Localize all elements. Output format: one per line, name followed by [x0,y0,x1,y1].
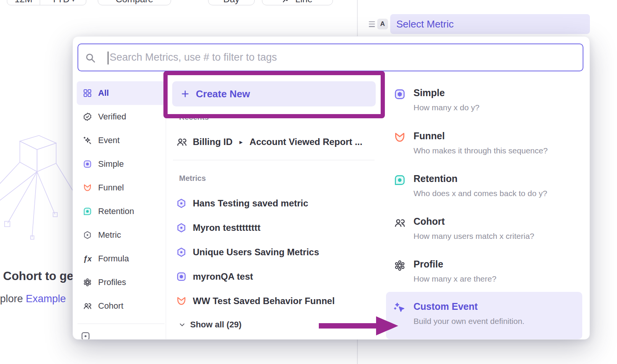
type-custom-event[interactable]: Custom Event Build your own event defini… [386,292,582,339]
sidebar-item-all[interactable]: All [77,81,165,105]
recents-section-label: Recents [179,113,209,122]
breadcrumb-arrow-icon: ▸ [238,138,244,146]
formula-icon: ƒx [83,254,92,263]
sidebar-item-cohort[interactable]: Cohort [77,294,165,318]
saved-metrics-list: Hans Testing saved metric Myron testtttt… [176,191,375,313]
list-item[interactable]: Myron testttttttt [176,216,375,240]
metric-search-box [78,43,583,71]
type-desc: How many x do y? [413,103,480,112]
type-title: Funnel [413,130,548,142]
search-input[interactable] [110,44,579,71]
sidebar-item-label: Formula [98,254,129,264]
sidebar-item-label: Retention [98,206,134,216]
list-item[interactable]: WW Test Saved Behavior Funnel [176,289,375,313]
metric-item-label: Myron testttttttt [193,222,260,233]
chevron-down-icon [178,321,186,329]
type-title: Simple [413,87,480,98]
type-desc: Build your own event definition. [413,317,525,326]
sidebar-item-label: Cohort [98,301,123,311]
type-profile[interactable]: Profile How many x are there? [386,257,582,283]
select-metric-label: Select Metric [396,18,454,30]
show-all-button[interactable]: Show all (29) [178,320,241,330]
list-item[interactable]: Hans Testing saved metric [176,191,375,216]
range-12m-label: 12M [15,0,32,5]
empty-state-subtext: plore Example [0,293,66,305]
profiles-flower-icon [83,278,92,287]
background-illustration [0,126,77,263]
sidebar-item-label: Profiles [98,277,126,287]
metric-item-label: Hans Testing saved metric [193,198,308,209]
sidebar-item-profiles[interactable]: Profiles [77,271,165,294]
drag-handle-icon[interactable] [369,21,375,29]
sidebar-item-label: Metric [98,230,121,240]
event-sparkle-icon [83,136,92,145]
sidebar-item-simple[interactable]: Simple [77,152,165,176]
sidebar-partial-item-icon[interactable] [81,331,90,340]
recent-item-primary: Billing ID [193,137,233,147]
explore-text: plore [0,293,26,304]
metric-hexagon-icon [176,198,187,209]
day-button[interactable]: Day [208,0,255,5]
list-item[interactable]: Unique Users Saving Metrics [176,240,375,264]
type-desc: Who does x and comes back to do y? [413,189,547,198]
plus-icon [181,89,190,98]
type-cohort[interactable]: Cohort How many users match x criteria? [386,214,582,241]
filter-sidebar: All Verified Event Simple [77,81,165,318]
cohort-people-icon [394,217,406,229]
list-item[interactable]: myronQA test [176,264,375,289]
compare-button[interactable]: Compare [98,0,171,5]
range-ytd-button[interactable]: YTD ▾ [40,0,86,5]
sidebar-item-retention[interactable]: Retention [77,200,165,223]
date-range-segmented-control: 12M YTD ▾ [7,0,86,5]
sidebar-item-label: All [98,88,109,98]
funnel-icon [394,131,406,143]
type-simple[interactable]: Simple How many x do y? [386,85,582,112]
simple-icon [83,159,92,169]
show-all-label: Show all (29) [190,320,241,330]
example-reports-link[interactable]: Example [26,293,66,304]
type-desc: How many x are there? [413,274,496,283]
sidebar-item-formula[interactable]: ƒx Formula [77,247,165,271]
recents-metrics-divider [173,160,375,160]
range-ytd-label: YTD [51,0,69,5]
search-icon [85,53,96,63]
type-desc: How many users match x criteria? [413,232,534,241]
chevron-down-icon: ▾ [72,0,75,5]
simple-icon [394,88,406,100]
metric-item-label: WW Test Saved Behavior Funnel [193,296,335,306]
sidebar-item-funnel[interactable]: Funnel [77,176,165,200]
sidebar-section-divider [78,324,165,324]
recent-item-secondary: Account Viewed Report ... [250,137,363,147]
sidebar-item-verified[interactable]: Verified [77,105,165,129]
sidebar-item-label: Verified [98,112,126,122]
select-metric-button[interactable]: Select Metric [390,14,590,34]
retention-icon [394,174,406,186]
sidebar-item-metric[interactable]: Metric [77,223,165,247]
sidebar-item-event[interactable]: Event [77,129,165,152]
compare-label: Compare [116,0,153,5]
funnel-icon [83,183,92,192]
type-retention[interactable]: Retention Who does x and comes back to d… [386,171,582,198]
empty-state-headline: Cohort to ge [3,269,73,283]
metric-item-label: myronQA test [193,271,253,282]
line-chart-icon [282,0,291,5]
profiles-flower-icon [394,259,406,272]
metric-hexagon-icon [83,230,92,240]
metric-item-label: Unique Users Saving Metrics [193,247,319,258]
recent-metric-item[interactable]: Billing ID ▸ Account Viewed Report ... [176,133,362,151]
grid-icon [83,89,92,98]
range-12m-button[interactable]: 12M [7,0,40,5]
type-title: Custom Event [413,301,525,312]
sidebar-item-label: Funnel [98,183,124,193]
chart-type-line-button[interactable]: Line [262,0,333,5]
funnel-icon [176,296,187,306]
type-funnel[interactable]: Funnel Who makes it through this sequenc… [386,129,582,155]
text-cursor [108,52,108,64]
series-a-label: A [380,20,385,28]
retention-icon [83,207,92,216]
custom-event-icon [394,302,406,314]
sidebar-item-label: Simple [98,159,124,169]
create-new-label: Create New [196,88,250,100]
create-new-button[interactable]: Create New [172,81,376,106]
sidebar-divider [166,81,166,340]
